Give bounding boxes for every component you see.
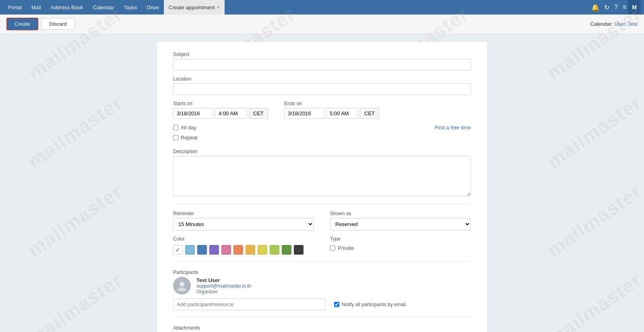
refresh-icon[interactable]: ↻ — [604, 4, 609, 11]
close-tab-icon[interactable]: × — [217, 5, 219, 10]
nav-drive[interactable]: Drive — [142, 0, 164, 15]
add-participant-input[interactable] — [173, 299, 326, 310]
calendar-label: Calendar: User, Test — [590, 21, 638, 27]
participant-item: Test User support@mailmaster.in.th Organ… — [173, 277, 471, 295]
nav-tasks[interactable]: Tasks — [119, 0, 142, 15]
nav-calendar[interactable]: Calendar — [88, 0, 119, 15]
nav-address-book[interactable]: Address Book — [46, 0, 88, 15]
private-row: Private — [330, 245, 471, 251]
add-participant-row: Notify all participants by email. — [173, 299, 471, 310]
repeat-label: Repeat — [181, 135, 198, 141]
menu-icon[interactable]: ≡ — [623, 4, 626, 11]
starts-on-fields: CET — [173, 108, 268, 119]
starts-on-tz-button[interactable]: CET — [249, 108, 268, 119]
top-nav: Portal Mail Address Book Calendar Tasks … — [0, 0, 644, 15]
attachments-label: Attachments — [173, 325, 471, 331]
shown-as-col: Shown as Reserved — [330, 211, 471, 230]
bell-icon[interactable]: 🔔 — [591, 4, 599, 11]
location-label: Location — [173, 76, 471, 82]
ends-on-label: Ends on — [284, 101, 379, 106]
color-white-check[interactable]: ✓ — [173, 245, 183, 255]
shown-as-label: Shown as — [330, 211, 471, 216]
subject-label: Subject — [173, 52, 471, 57]
main-content: Subject Location Starts on CET Ends on — [157, 42, 487, 332]
calendar-users-link[interactable]: User, Test — [614, 21, 638, 27]
reminder-select[interactable]: 15 Minutes — [173, 218, 314, 230]
app-logo: M — [628, 0, 641, 15]
repeat-checkbox[interactable] — [173, 135, 178, 140]
starts-on-group: Starts on CET — [173, 101, 268, 119]
avatar — [173, 277, 191, 295]
help-icon[interactable]: ? — [614, 4, 618, 11]
color-amber[interactable] — [246, 245, 255, 255]
attachments-section: Attachments Add attachments — [173, 325, 471, 332]
color-purple[interactable] — [209, 245, 219, 255]
all-day-label: All day — [181, 124, 196, 131]
shown-as-select[interactable]: Reserved — [330, 218, 471, 230]
color-swatches: ✓ — [173, 245, 314, 255]
private-checkbox[interactable] — [330, 245, 335, 251]
color-col: Color ✓ — [173, 236, 314, 255]
reminder-label: Reminder — [173, 211, 314, 216]
ends-on-fields: CET — [284, 108, 379, 119]
starts-on-date-input[interactable] — [173, 108, 213, 119]
avatar-icon — [176, 280, 188, 291]
svg-point-0 — [180, 282, 184, 286]
participant-name: Test User — [196, 277, 251, 283]
ends-on-tz-button[interactable]: CET — [360, 108, 379, 119]
dates-row: Starts on CET Ends on CET — [173, 101, 471, 119]
subject-group: Subject — [173, 52, 471, 71]
color-type-row: Color ✓ Type — [173, 236, 471, 255]
private-label: Private — [338, 245, 354, 251]
nav-create-appointment[interactable]: Create appointment × — [164, 0, 225, 15]
all-day-row: All day — [173, 124, 198, 131]
type-label: Type — [330, 236, 471, 242]
notify-row: Notify all participants by email. — [334, 302, 407, 307]
nav-items: Portal Mail Address Book Calendar Tasks … — [3, 0, 591, 15]
all-day-checkbox[interactable] — [173, 125, 178, 130]
color-blue[interactable] — [197, 245, 207, 255]
participants-label: Participants — [173, 270, 471, 275]
notify-checkbox[interactable] — [334, 302, 339, 307]
nav-portal[interactable]: Portal — [3, 0, 27, 15]
nav-mail[interactable]: Mail — [27, 0, 46, 15]
color-orange[interactable] — [233, 245, 243, 255]
color-label: Color — [173, 236, 314, 242]
discard-button[interactable]: Discard — [41, 18, 74, 30]
participant-role: Organizer — [196, 289, 251, 295]
color-pink[interactable] — [221, 245, 231, 255]
participant-info: Test User support@mailmaster.in.th Organ… — [196, 277, 251, 295]
participants-section: Participants Test User support@mailmaste… — [173, 270, 471, 310]
checkboxes-col: All day Repeat — [173, 124, 198, 145]
svg-point-1 — [178, 287, 186, 291]
find-free-time-link[interactable]: Find a free time — [435, 124, 471, 131]
description-textarea[interactable] — [173, 156, 471, 196]
location-input[interactable] — [173, 83, 471, 95]
color-yellow[interactable] — [258, 245, 267, 255]
description-group: Description — [173, 149, 471, 197]
reminder-col: Reminder 15 Minutes — [173, 211, 314, 230]
participant-email: support@mailmaster.in.th — [196, 283, 251, 289]
notify-label: Notify all participants by email. — [342, 302, 407, 307]
type-col: Type Private — [330, 236, 471, 255]
create-button[interactable]: Create — [6, 18, 38, 30]
repeat-row: Repeat — [173, 135, 198, 141]
nav-icons: 🔔 ↻ ? ≡ — [591, 4, 626, 11]
color-dark[interactable] — [294, 245, 303, 255]
toolbar: Create Discard Calendar: User, Test — [0, 15, 644, 34]
color-green-light[interactable] — [270, 245, 279, 255]
color-green[interactable] — [282, 245, 291, 255]
starts-on-time-input[interactable] — [215, 108, 247, 119]
ends-on-date-input[interactable] — [284, 108, 324, 119]
subject-input[interactable] — [173, 59, 471, 71]
starts-on-label: Starts on — [173, 101, 268, 106]
location-group: Location — [173, 76, 471, 95]
calendar-text: Calendar: — [590, 21, 613, 27]
ends-on-time-input[interactable] — [326, 108, 358, 119]
color-blue-light[interactable] — [185, 245, 195, 255]
reminder-shown-row: Reminder 15 Minutes Shown as Reserved — [173, 211, 471, 230]
description-label: Description — [173, 149, 471, 154]
ends-on-group: Ends on CET — [284, 101, 379, 119]
